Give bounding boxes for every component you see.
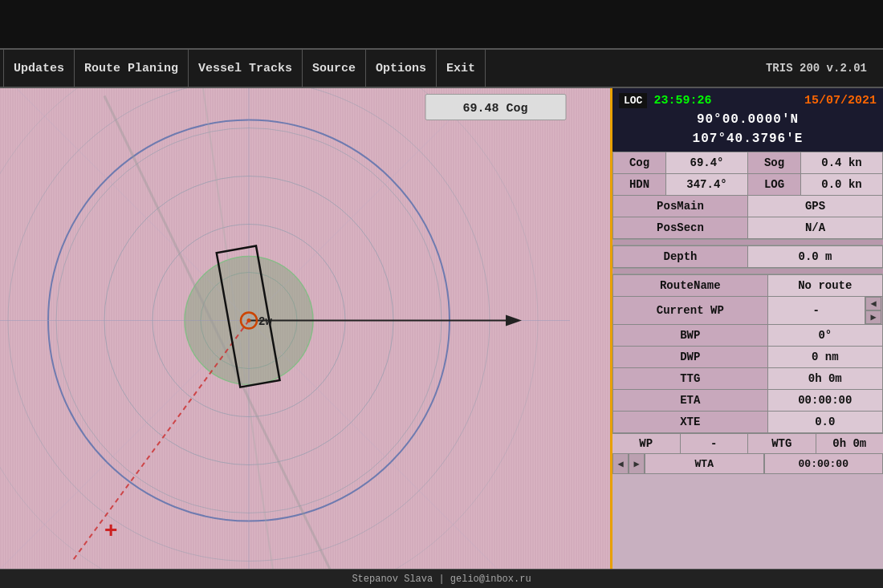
hdn-label: HDN	[613, 174, 666, 196]
bottom-bar: Stepanov Slava | gelio@inbox.ru	[0, 569, 883, 588]
app-title: TRIS 200 v.2.01	[766, 62, 880, 75]
current-wp-row: Current WP - ◀ ▶	[613, 297, 883, 325]
divider-2	[612, 268, 883, 274]
scroll-left-btn[interactable]: ◀	[612, 453, 629, 474]
time-display: 23:59:26	[653, 94, 711, 107]
nav-panel: LOC 23:59:26 15/07/2021 90°00.0000'N 107…	[610, 88, 883, 569]
pos-main-row: PosMain GPS	[613, 196, 883, 217]
wp-scroll-down[interactable]: ▶	[865, 310, 881, 324]
dwp-label: DWP	[613, 347, 768, 368]
menu-item-vessel-tracks[interactable]: Vessel Tracks	[189, 50, 303, 87]
bwp-row: BWP 0°	[613, 325, 883, 347]
loc-label: LOC	[619, 93, 647, 108]
pos-main-value: GPS	[747, 196, 882, 217]
current-wp-label: Current WP	[613, 297, 768, 325]
divider-1	[612, 239, 883, 245]
pos-secn-value: N/A	[747, 217, 882, 239]
pos-main-label: PosMain	[613, 196, 748, 217]
eta-value: 00:00:00	[767, 390, 882, 412]
eta-row: ETA 00:00:00	[613, 390, 883, 412]
wta-value: 00:00:00	[764, 453, 884, 474]
hdn-value: 347.4°	[666, 174, 748, 196]
depth-label: Depth	[613, 246, 748, 268]
depth-table: Depth 0.0 m	[612, 245, 883, 268]
menu-item-options[interactable]: Options	[366, 50, 437, 87]
menu-bar: Updates Route Planing Vessel Tracks Sour…	[0, 48, 883, 88]
xte-row: XTE 0.0	[613, 412, 883, 433]
eta-label: ETA	[613, 390, 768, 412]
menu-item-updates[interactable]: Updates	[3, 50, 75, 87]
svg-text:2w: 2w	[258, 315, 272, 328]
wp-scroll-up[interactable]: ◀	[865, 297, 881, 310]
route-name-row: RouteName No route	[613, 275, 883, 297]
bwp-label: BWP	[613, 325, 768, 347]
log-value: 0.0 kn	[800, 174, 882, 196]
wta-scroll-row: ◀ ▶ WTA 00:00:00	[612, 453, 883, 474]
ttg-row: TTG 0h 0m	[613, 368, 883, 390]
menu-item-route-planing[interactable]: Route Planing	[75, 50, 189, 87]
top-bar	[0, 0, 883, 48]
cog-value: 69.4°	[666, 152, 748, 174]
svg-text:69.48 Cog: 69.48 Cog	[462, 102, 527, 116]
wp-cell-dash: -	[681, 434, 749, 453]
sog-label: Sog	[747, 152, 800, 174]
chart-area[interactable]: 2w + 69.48 Cog	[0, 88, 610, 569]
date-display: 15/07/2021	[804, 94, 877, 107]
credit-text: Stepanov Slava | gelio@inbox.ru	[352, 574, 531, 585]
nav-data-table: Cog 69.4° Sog 0.4 kn HDN 347.4° LOG 0.0 …	[612, 152, 883, 239]
menu-item-source[interactable]: Source	[303, 50, 366, 87]
wtg-cell-value: 0h 0m	[816, 434, 884, 453]
menu-item-exit[interactable]: Exit	[437, 50, 486, 87]
longitude-display: 107°40.3796'E	[612, 129, 883, 148]
bwp-value: 0°	[767, 325, 882, 347]
depth-value: 0.0 m	[748, 246, 883, 268]
current-wp-value: -	[767, 297, 865, 325]
svg-point-22	[247, 318, 251, 322]
main-content: 2w + 69.48 Cog LOC 23:59:26 15/07/2021	[0, 88, 883, 569]
log-label: LOG	[747, 174, 800, 196]
xte-label: XTE	[613, 412, 768, 433]
cog-sog-row: Cog 69.4° Sog 0.4 kn	[613, 152, 883, 174]
scroll-right-btn[interactable]: ▶	[629, 453, 645, 474]
ttg-value: 0h 0m	[767, 368, 882, 390]
latitude-display: 90°00.0000'N	[612, 110, 883, 129]
wp-wtg-row: WP - WTG 0h 0m	[612, 433, 883, 453]
depth-row: Depth 0.0 m	[613, 246, 883, 268]
cog-label: Cog	[613, 152, 666, 174]
hdn-log-row: HDN 347.4° LOG 0.0 kn	[613, 174, 883, 196]
route-name-label: RouteName	[613, 275, 768, 297]
dwp-value: 0 nm	[767, 347, 882, 368]
xte-value: 0.0	[767, 412, 882, 433]
svg-text:+: +	[104, 517, 117, 542]
route-table: RouteName No route Current WP - ◀ ▶ BWP	[612, 274, 883, 433]
wtg-cell-label: WTG	[748, 434, 816, 453]
sog-value: 0.4 kn	[800, 152, 882, 174]
route-name-value: No route	[767, 275, 882, 297]
pos-secn-row: PosSecn N/A	[613, 217, 883, 239]
ttg-label: TTG	[613, 368, 768, 390]
dwp-row: DWP 0 nm	[613, 347, 883, 368]
screen: Updates Route Planing Vessel Tracks Sour…	[0, 0, 883, 588]
nav-header: LOC 23:59:26 15/07/2021 90°00.0000'N 107…	[612, 88, 883, 152]
pos-secn-label: PosSecn	[613, 217, 748, 239]
wta-label: WTA	[645, 453, 764, 474]
wp-cell-label: WP	[612, 434, 681, 453]
